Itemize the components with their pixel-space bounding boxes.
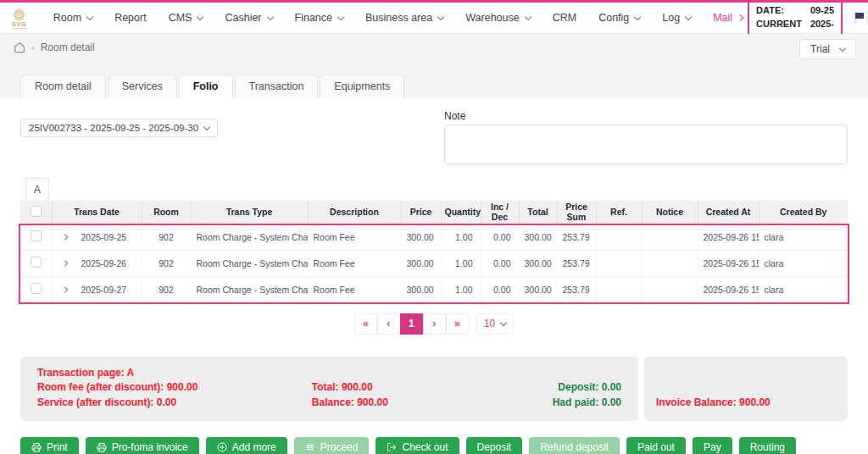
- action-buttons: Print Pro-foma invoice Add more Proceed …: [20, 437, 848, 454]
- logo-flower-icon: [12, 8, 26, 21]
- pagination: « ‹ 1 › » 10: [20, 313, 848, 335]
- col-total: Total: [519, 201, 557, 224]
- tab-transaction[interactable]: Transaction: [235, 75, 319, 98]
- chevron-down-icon: [437, 13, 444, 19]
- chevron-down-icon: [500, 318, 507, 325]
- tab-equipments[interactable]: Equipments: [320, 75, 404, 98]
- app-logo[interactable]: SVG: [12, 8, 27, 29]
- summary-invoice-balance: Invoice Balance: 900.00: [656, 396, 771, 411]
- invoice-balance-box: Invoice Balance: 900.00: [644, 357, 848, 422]
- folio-panel: 25IV002733 - 2025-09-25 - 2025-09-30 Not…: [0, 98, 868, 454]
- invoice-select-value: 25IV002733 - 2025-09-25 - 2025-09-30: [29, 123, 198, 133]
- summary-transaction-page: Transaction page: A: [37, 366, 312, 381]
- chevron-down-icon: [634, 13, 641, 19]
- breadcrumb-bar: › Room detail Trial: [0, 34, 868, 75]
- nav-item-warehouse[interactable]: Warehouse: [454, 12, 541, 24]
- expand-row-icon[interactable]: [62, 233, 70, 241]
- detail-tabs: Room detail Services Folio Transaction E…: [0, 75, 868, 98]
- us-flag-icon[interactable]: [854, 12, 856, 24]
- col-trans-type: Trans Type: [191, 201, 308, 224]
- nav-item-finance[interactable]: Finance: [284, 12, 354, 24]
- tab-folio[interactable]: Folio: [179, 75, 233, 98]
- nav-item-config[interactable]: Config: [587, 12, 651, 24]
- expand-row-icon[interactable]: [62, 259, 70, 268]
- nav-item-cms[interactable]: CMS: [158, 12, 214, 24]
- top-nav-bar: SVG Room Report CMS Cashier Finance Busi…: [0, 3, 868, 34]
- add-more-button[interactable]: Add more: [206, 437, 287, 454]
- environment-label: Trial: [810, 43, 830, 55]
- print-button[interactable]: Print: [20, 437, 79, 454]
- table-row: 2025-09-26 902 Room Charge - System Char…: [20, 250, 848, 276]
- proforma-invoice-button[interactable]: Pro-foma invoice: [86, 437, 199, 454]
- select-all-checkbox[interactable]: [31, 206, 42, 217]
- printer-icon: [31, 442, 42, 452]
- breadcrumb-separator: ›: [31, 42, 35, 53]
- chevron-down-icon: [203, 123, 210, 130]
- printer-icon: [97, 442, 107, 452]
- col-room: Room: [142, 201, 191, 224]
- nav-item-mail[interactable]: Mail: [702, 12, 748, 24]
- plus-circle-icon: [217, 442, 227, 452]
- main-nav: Room Report CMS Cashier Finance Business…: [42, 12, 748, 24]
- row-checkbox[interactable]: [31, 257, 42, 268]
- summary-main-box: Transaction page: A Room fee (after disc…: [20, 357, 638, 422]
- pagination-page-1[interactable]: 1: [400, 313, 423, 335]
- nav-item-cashier[interactable]: Cashier: [214, 12, 283, 24]
- tab-services[interactable]: Services: [108, 75, 177, 98]
- nav-item-crm[interactable]: CRM: [542, 12, 587, 24]
- row-checkbox[interactable]: [31, 230, 42, 241]
- chevron-right-icon: [737, 14, 743, 21]
- refund-deposit-button[interactable]: Refund deposit: [529, 437, 620, 454]
- chevron-down-icon: [266, 13, 273, 19]
- col-description: Description: [308, 201, 401, 224]
- transaction-page-tab-a[interactable]: A: [25, 178, 49, 201]
- deposit-button[interactable]: Deposit: [466, 437, 523, 454]
- nav-item-log[interactable]: Log: [651, 12, 702, 24]
- chevron-down-icon: [839, 44, 846, 51]
- chevron-down-icon: [337, 13, 344, 19]
- expand-row-icon[interactable]: [62, 285, 70, 294]
- col-trans-date: Trans Date: [52, 201, 142, 224]
- check-out-icon: [387, 442, 397, 452]
- summary-service: Service (after discount): 0.00: [37, 396, 312, 411]
- logo-text: SVG: [12, 21, 27, 29]
- table-header-row: Trans Date Room Trans Type Description P…: [20, 201, 848, 224]
- nav-item-report[interactable]: Report: [103, 12, 158, 24]
- chevron-down-icon: [524, 13, 531, 19]
- paid-out-button[interactable]: Paid out: [626, 437, 686, 454]
- pagination-next-button[interactable]: ›: [423, 313, 446, 335]
- col-quantity: Quantity: [441, 201, 481, 224]
- page-size-value: 10: [484, 318, 495, 329]
- pagination-last-button[interactable]: »: [446, 313, 469, 335]
- col-created-by: Created By: [759, 201, 848, 224]
- home-icon[interactable]: [14, 42, 25, 53]
- summary-had-paid: Had paid: 0.00: [553, 396, 621, 411]
- note-textarea[interactable]: [444, 125, 848, 164]
- pagination-first-button[interactable]: «: [354, 313, 377, 335]
- chevron-down-icon: [197, 13, 203, 19]
- transactions-table-wrap: Trans Date Room Trans Type Description P…: [20, 201, 848, 303]
- row-checkbox[interactable]: [31, 283, 42, 294]
- check-out-button[interactable]: Check out: [376, 437, 459, 454]
- breadcrumb: › Room detail: [0, 34, 868, 53]
- audit-date-value: 2025-09-25: [810, 0, 834, 18]
- nav-item-business-area[interactable]: Business area: [354, 12, 454, 24]
- page-size-select[interactable]: 10: [476, 313, 514, 335]
- col-price: Price: [401, 201, 441, 224]
- invoice-select[interactable]: 25IV002733 - 2025-09-25 - 2025-09-30: [20, 119, 218, 137]
- menu-icon: [305, 442, 315, 452]
- breadcrumb-page[interactable]: Room detail: [41, 42, 95, 53]
- proceed-button[interactable]: Proceed: [294, 437, 370, 454]
- nav-item-room[interactable]: Room: [42, 12, 103, 24]
- routing-button[interactable]: Routing: [739, 437, 796, 454]
- pagination-prev-button[interactable]: ‹: [377, 313, 400, 335]
- col-price-sum: Price Sum: [557, 201, 596, 224]
- note-label: Note: [444, 110, 848, 122]
- summary-balance: Balance: 900.00: [312, 396, 553, 411]
- pay-button[interactable]: Pay: [693, 437, 732, 454]
- col-notice: Notice: [642, 201, 698, 224]
- transactions-table: Trans Date Room Trans Type Description P…: [20, 201, 848, 303]
- environment-dropdown[interactable]: Trial: [799, 39, 856, 59]
- tab-room-detail[interactable]: Room detail: [20, 75, 106, 98]
- audit-date-label: AUDIT DATE:: [756, 0, 802, 18]
